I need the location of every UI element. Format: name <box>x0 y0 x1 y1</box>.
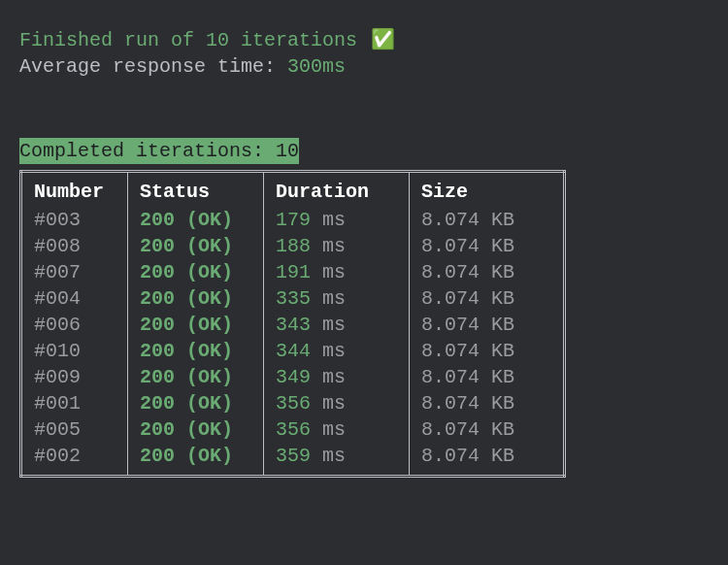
cell-size: 8.074 KB <box>410 443 565 477</box>
cell-duration: 356 ms <box>264 390 410 416</box>
cell-number: #009 <box>21 364 128 390</box>
duration-unit: ms <box>322 235 346 257</box>
col-header-size: Size <box>410 172 565 208</box>
cell-status: 200 (OK) <box>128 259 264 285</box>
cell-number: #010 <box>21 338 128 364</box>
duration-value: 356 <box>276 418 311 441</box>
table-row: #004200 (OK)335 ms8.074 KB <box>21 285 565 312</box>
table-row: #005200 (OK)356 ms8.074 KB <box>21 416 565 443</box>
duration-value: 344 <box>276 340 311 362</box>
cell-status: 200 (OK) <box>128 233 264 259</box>
cell-duration: 179 ms <box>264 207 410 233</box>
run-finished-line: Finished run of 10 iterations ✅ <box>19 27 709 53</box>
cell-duration: 343 ms <box>264 312 410 338</box>
cell-size: 8.074 KB <box>410 285 565 312</box>
col-header-number: Number <box>21 172 128 208</box>
run-finished-text: Finished run of 10 iterations <box>19 29 357 51</box>
cell-status: 200 (OK) <box>128 364 264 390</box>
table-row: #010200 (OK)344 ms8.074 KB <box>21 338 565 364</box>
table-row: #003200 (OK)179 ms8.074 KB <box>21 207 565 233</box>
duration-unit: ms <box>322 287 346 310</box>
table-row: #006200 (OK)343 ms8.074 KB <box>21 312 565 338</box>
col-header-duration: Duration <box>264 172 410 208</box>
cell-number: #001 <box>21 390 128 416</box>
table-row: #002200 (OK)359 ms8.074 KB <box>21 443 565 477</box>
cell-size: 8.074 KB <box>410 259 565 285</box>
table-header-row: Number Status Duration Size <box>21 172 565 208</box>
cell-size: 8.074 KB <box>410 390 565 416</box>
cell-status: 200 (OK) <box>128 207 264 233</box>
cell-number: #005 <box>21 416 128 443</box>
cell-status: 200 (OK) <box>128 285 264 312</box>
avg-response-label: Average response time: <box>19 55 287 78</box>
cell-status: 200 (OK) <box>128 416 264 443</box>
cell-number: #003 <box>21 207 128 233</box>
cell-duration: 356 ms <box>264 416 410 443</box>
cell-number: #004 <box>21 285 128 312</box>
table-row: #007200 (OK)191 ms8.074 KB <box>21 259 565 285</box>
avg-response-line: Average response time: 300ms <box>19 53 709 80</box>
completed-iterations-title: Completed iterations: 10 <box>19 138 299 164</box>
col-header-status: Status <box>128 172 264 208</box>
duration-value: 349 <box>276 366 311 388</box>
cell-number: #008 <box>21 233 128 259</box>
check-icon: ✅ <box>371 29 395 51</box>
duration-value: 359 <box>276 445 311 467</box>
duration-unit: ms <box>322 340 346 362</box>
cell-status: 200 (OK) <box>128 338 264 364</box>
cell-duration: 191 ms <box>264 259 410 285</box>
iterations-table-wrap: Number Status Duration Size #003200 (OK)… <box>19 170 709 478</box>
cell-number: #006 <box>21 312 128 338</box>
duration-unit: ms <box>322 392 346 415</box>
duration-value: 343 <box>276 314 311 336</box>
cell-duration: 188 ms <box>264 233 410 259</box>
table-row: #001200 (OK)356 ms8.074 KB <box>21 390 565 416</box>
duration-unit: ms <box>322 445 346 467</box>
cell-status: 200 (OK) <box>128 443 264 477</box>
duration-unit: ms <box>322 261 346 283</box>
cell-status: 200 (OK) <box>128 390 264 416</box>
cell-duration: 359 ms <box>264 443 410 477</box>
duration-unit: ms <box>322 418 346 441</box>
cell-size: 8.074 KB <box>410 416 565 443</box>
cell-size: 8.074 KB <box>410 233 565 259</box>
cell-number: #002 <box>21 443 128 477</box>
cell-size: 8.074 KB <box>410 207 565 233</box>
cell-duration: 344 ms <box>264 338 410 364</box>
cell-size: 8.074 KB <box>410 364 565 390</box>
cell-size: 8.074 KB <box>410 338 565 364</box>
duration-value: 356 <box>276 392 311 415</box>
duration-value: 188 <box>276 235 311 257</box>
table-row: #008200 (OK)188 ms8.074 KB <box>21 233 565 259</box>
duration-unit: ms <box>322 314 346 336</box>
duration-value: 335 <box>276 287 311 310</box>
cell-number: #007 <box>21 259 128 285</box>
cell-duration: 335 ms <box>264 285 410 312</box>
duration-value: 191 <box>276 261 311 283</box>
cell-duration: 349 ms <box>264 364 410 390</box>
duration-value: 179 <box>276 209 311 231</box>
table-row: #009200 (OK)349 ms8.074 KB <box>21 364 565 390</box>
duration-unit: ms <box>322 366 346 388</box>
iterations-table: Number Status Duration Size #003200 (OK)… <box>19 170 566 478</box>
cell-status: 200 (OK) <box>128 312 264 338</box>
duration-unit: ms <box>322 209 346 231</box>
cell-size: 8.074 KB <box>410 312 565 338</box>
avg-response-value: 300ms <box>287 55 346 78</box>
